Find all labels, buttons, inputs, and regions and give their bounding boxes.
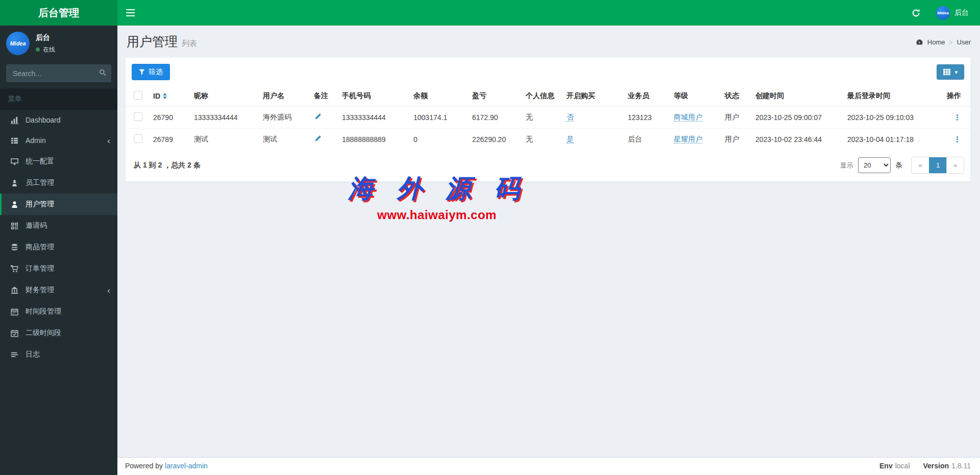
- sidebar-item-secondary-time-slots[interactable]: 二级时间段: [0, 322, 117, 344]
- pagination: « 1 »: [911, 157, 964, 174]
- th-list-icon: [9, 137, 19, 145]
- qrcode-icon: [9, 222, 19, 230]
- page-title: 用户管理: [127, 34, 178, 49]
- sidebar-item-staff[interactable]: 员工管理: [0, 172, 117, 194]
- col-created-at: 创建时间: [751, 86, 843, 106]
- search-icon[interactable]: [99, 69, 106, 76]
- page-next-button[interactable]: »: [946, 157, 964, 173]
- col-salesman: 业务员: [624, 86, 670, 106]
- table-grid-icon: [943, 68, 950, 76]
- col-username: 用户名: [259, 86, 310, 106]
- database-icon: [9, 244, 19, 251]
- search-input[interactable]: [6, 64, 111, 82]
- user-secret-icon: [9, 179, 19, 187]
- col-level: 等级: [670, 86, 721, 106]
- level-link[interactable]: 商城用户: [674, 113, 702, 122]
- user-icon: [9, 201, 19, 208]
- menu-section-label: 菜单: [0, 88, 117, 110]
- sidebar-item-products[interactable]: 商品管理: [0, 236, 117, 258]
- version-info: Version1.8.11: [923, 462, 971, 475]
- sidebar-avatar: Midea: [6, 32, 30, 55]
- row-checkbox[interactable]: [134, 112, 142, 121]
- sidebar-item-finance[interactable]: 财务管理 ‹: [0, 279, 117, 301]
- sidebar-item-users[interactable]: 用户管理: [0, 194, 117, 215]
- topbar-username: 后台: [954, 8, 969, 17]
- powered-by: Powered by laravel-admin: [125, 462, 208, 475]
- page-prev-button[interactable]: «: [912, 157, 929, 173]
- sidebar-menu: Dashboard Admin ‹ 统一配置 员工管理 用户管理 邀请码 商品管…: [0, 110, 117, 365]
- calendar-icon: [9, 308, 19, 316]
- sidebar-item-invite-code[interactable]: 邀请码: [0, 215, 117, 236]
- edit-remark-icon[interactable]: [314, 113, 322, 121]
- row-actions-icon[interactable]: ⋮: [953, 135, 961, 144]
- pagination-summary: 从 1 到 2 ，总共 2 条: [134, 161, 201, 170]
- page-number-button[interactable]: 1: [929, 157, 946, 173]
- grid-box: 筛选 ▾ ID 昵称 用户名 备注 手机号码 余额 盈亏: [125, 57, 971, 182]
- sidebar-item-unified-config[interactable]: 统一配置: [0, 151, 117, 172]
- users-table: ID 昵称 用户名 备注 手机号码 余额 盈亏 个人信息 开启购买 业务员 等级…: [126, 86, 970, 150]
- col-id: ID: [153, 92, 160, 100]
- user-menu[interactable]: Midea 后台: [936, 0, 969, 26]
- page-subtitle: 列表: [182, 39, 197, 48]
- buy-enabled-toggle[interactable]: 否: [567, 113, 574, 122]
- user-panel: Midea 后台 在线: [0, 26, 117, 61]
- top-navbar: 后台管理 Midea 后台: [0, 0, 980, 26]
- col-remark: 备注: [310, 86, 338, 106]
- content-area: 用户管理列表 Home > User 筛选 ▾: [117, 26, 980, 457]
- table-row: 26789 测试 测试 18888888889 0 226290.20 无 是 …: [126, 129, 970, 151]
- main-footer: Powered by laravel-admin Envlocal Versio…: [117, 457, 980, 475]
- bank-icon: [9, 287, 19, 294]
- desktop-icon: [9, 158, 19, 165]
- per-page-label: 显示: [840, 161, 853, 170]
- bar-chart-icon: [9, 116, 19, 124]
- avatar: Midea: [936, 6, 950, 20]
- dashboard-gauge-icon: [916, 38, 923, 46]
- sidebar: Midea 后台 在线 菜单 Dashboard Admin ‹ 统一配置 员工…: [0, 26, 117, 475]
- per-page-unit: 条: [895, 161, 902, 170]
- col-phone: 手机号码: [338, 86, 409, 106]
- laravel-admin-link[interactable]: laravel-admin: [165, 462, 208, 470]
- refresh-icon[interactable]: [906, 0, 925, 26]
- sidebar-username: 后台: [36, 33, 55, 42]
- table-row: 26790 13333334444 海外源码 13333334444 10031…: [126, 106, 970, 129]
- buy-enabled-toggle[interactable]: 是: [567, 135, 574, 144]
- level-link[interactable]: 星耀用户: [674, 135, 702, 144]
- page-title-block: 用户管理列表: [127, 33, 197, 50]
- column-selector-button[interactable]: ▾: [937, 64, 964, 80]
- filter-button[interactable]: 筛选: [132, 64, 170, 80]
- col-buy-enabled: 开启购买: [562, 86, 624, 106]
- sidebar-item-time-slots[interactable]: 时间段管理: [0, 301, 117, 322]
- sidebar-item-logs[interactable]: 日志: [0, 344, 117, 365]
- row-actions-icon[interactable]: ⋮: [953, 113, 961, 122]
- sidebar-item-orders[interactable]: 订单管理: [0, 258, 117, 279]
- cart-icon: [9, 265, 19, 273]
- col-last-login: 最后登录时间: [843, 86, 940, 106]
- breadcrumb: Home > User: [916, 38, 971, 46]
- sort-icon[interactable]: [163, 93, 167, 99]
- align-left-icon: [9, 351, 19, 359]
- table-header-row: ID 昵称 用户名 备注 手机号码 余额 盈亏 个人信息 开启购买 业务员 等级…: [126, 86, 970, 106]
- col-status: 状态: [721, 86, 751, 106]
- sidebar-toggle-icon[interactable]: [117, 0, 143, 26]
- col-balance: 余额: [409, 86, 468, 106]
- edit-remark-icon[interactable]: [314, 135, 322, 142]
- col-personal-info: 个人信息: [522, 86, 562, 106]
- chevron-left-icon: ‹: [107, 286, 110, 295]
- per-page-select[interactable]: 20: [858, 157, 891, 173]
- sidebar-item-admin[interactable]: Admin ‹: [0, 130, 117, 151]
- calendar-check-icon: [9, 329, 19, 337]
- chevron-left-icon: ‹: [107, 136, 110, 145]
- row-checkbox[interactable]: [134, 134, 142, 143]
- funnel-icon: [139, 69, 145, 75]
- breadcrumb-current: User: [957, 38, 971, 46]
- env-info: Envlocal: [879, 462, 910, 475]
- watermark-url: www.haiwaiym.com: [348, 208, 526, 222]
- caret-down-icon: ▾: [954, 69, 958, 75]
- sidebar-item-dashboard[interactable]: Dashboard: [0, 110, 117, 130]
- brand-title[interactable]: 后台管理: [0, 0, 117, 26]
- online-dot-icon: [36, 48, 40, 52]
- select-all-checkbox[interactable]: [134, 91, 142, 100]
- online-status: 在线: [36, 45, 55, 54]
- breadcrumb-home[interactable]: Home: [927, 38, 945, 46]
- col-operation: 操作: [940, 86, 970, 106]
